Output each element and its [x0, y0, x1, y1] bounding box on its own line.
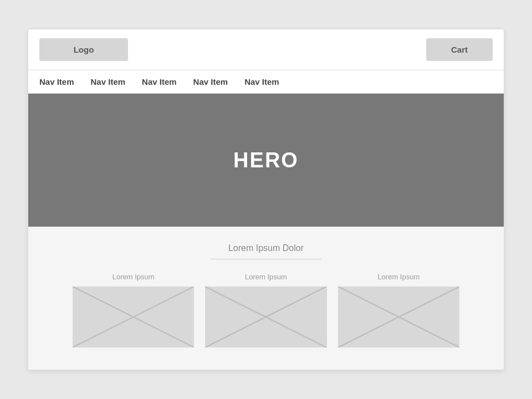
section-title: Lorem Ipsum Dolor: [211, 243, 321, 259]
nav-item-3[interactable]: Nav Item: [142, 77, 177, 86]
image-placeholder-1: [73, 287, 194, 347]
hero-title: HERO: [233, 149, 299, 172]
nav-item-4[interactable]: Nav Item: [193, 77, 228, 86]
navbar: Nav Item Nav Item Nav Item Nav Item Nav …: [28, 70, 504, 94]
column-3: Lorem Ipsum: [338, 273, 459, 347]
section-title-wrap: Lorem Ipsum Dolor: [73, 243, 459, 259]
logo-button[interactable]: Logo: [39, 38, 128, 61]
content-section: Lorem Ipsum Dolor Lorem Ipsum Lorem Ipsu…: [28, 227, 504, 370]
column-2: Lorem Ipsum: [205, 273, 326, 347]
hero-section: HERO: [28, 94, 504, 227]
column-3-label: Lorem Ipsum: [377, 273, 420, 281]
page-wrapper: Logo Cart Nav Item Nav Item Nav Item Nav…: [28, 29, 504, 370]
nav-item-2[interactable]: Nav Item: [91, 77, 126, 86]
columns: Lorem Ipsum Lorem Ipsum: [73, 273, 459, 347]
column-2-label: Lorem Ipsum: [245, 273, 287, 281]
column-1-label: Lorem Ipsum: [112, 273, 155, 281]
nav-item-1[interactable]: Nav Item: [39, 77, 74, 86]
column-1: Lorem Ipsum: [73, 273, 194, 347]
image-placeholder-2: [205, 287, 326, 347]
cart-button[interactable]: Cart: [426, 38, 493, 61]
image-placeholder-3: [338, 287, 459, 347]
header: Logo Cart: [28, 29, 504, 70]
nav-item-5[interactable]: Nav Item: [244, 77, 279, 86]
